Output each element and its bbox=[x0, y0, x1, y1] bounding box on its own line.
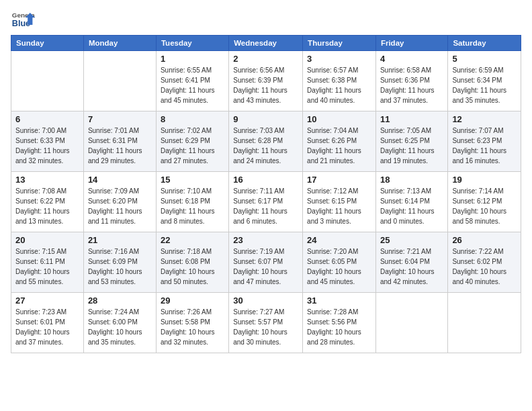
day-info: Sunrise: 7:20 AM Sunset: 6:05 PM Dayligh… bbox=[307, 246, 371, 287]
calendar-cell: 27Sunrise: 7:23 AM Sunset: 6:01 PM Dayli… bbox=[11, 293, 84, 353]
calendar-cell: 11Sunrise: 7:05 AM Sunset: 6:25 PM Dayli… bbox=[375, 111, 447, 172]
calendar-cell: 28Sunrise: 7:24 AM Sunset: 6:00 PM Dayli… bbox=[83, 293, 156, 353]
day-info: Sunrise: 6:58 AM Sunset: 6:36 PM Dayligh… bbox=[380, 65, 443, 105]
week-row-2: 13Sunrise: 7:08 AM Sunset: 6:22 PM Dayli… bbox=[11, 172, 521, 232]
weekday-header-monday: Monday bbox=[83, 36, 156, 51]
weekday-header-sunday: Sunday bbox=[11, 36, 84, 51]
calendar-cell: 19Sunrise: 7:14 AM Sunset: 6:12 PM Dayli… bbox=[448, 172, 521, 232]
day-info: Sunrise: 7:01 AM Sunset: 6:31 PM Dayligh… bbox=[88, 126, 152, 166]
day-info: Sunrise: 7:24 AM Sunset: 6:00 PM Dayligh… bbox=[88, 307, 152, 347]
day-info: Sunrise: 7:27 AM Sunset: 5:57 PM Dayligh… bbox=[233, 307, 298, 347]
day-info: Sunrise: 7:10 AM Sunset: 6:18 PM Dayligh… bbox=[161, 186, 224, 226]
day-number: 9 bbox=[233, 114, 298, 124]
day-number: 24 bbox=[307, 235, 371, 245]
week-row-0: 1Sunrise: 6:55 AM Sunset: 6:41 PM Daylig… bbox=[11, 51, 521, 111]
week-row-4: 27Sunrise: 7:23 AM Sunset: 6:01 PM Dayli… bbox=[11, 293, 521, 353]
day-info: Sunrise: 7:11 AM Sunset: 6:17 PM Dayligh… bbox=[233, 186, 298, 226]
day-number: 3 bbox=[307, 54, 371, 64]
week-row-1: 6Sunrise: 7:00 AM Sunset: 6:33 PM Daylig… bbox=[11, 111, 521, 172]
day-number: 10 bbox=[307, 114, 371, 124]
logo: General Blue bbox=[11, 7, 35, 31]
day-info: Sunrise: 6:55 AM Sunset: 6:41 PM Dayligh… bbox=[161, 65, 224, 105]
day-number: 31 bbox=[307, 295, 371, 306]
calendar-cell: 7Sunrise: 7:01 AM Sunset: 6:31 PM Daylig… bbox=[83, 111, 156, 172]
calendar-cell: 4Sunrise: 6:58 AM Sunset: 6:36 PM Daylig… bbox=[375, 51, 447, 111]
day-number: 20 bbox=[15, 235, 79, 245]
day-info: Sunrise: 7:08 AM Sunset: 6:22 PM Dayligh… bbox=[15, 186, 79, 226]
day-number: 1 bbox=[161, 54, 224, 64]
day-number: 13 bbox=[15, 175, 79, 185]
day-number: 19 bbox=[452, 175, 517, 185]
calendar-cell: 23Sunrise: 7:19 AM Sunset: 6:07 PM Dayli… bbox=[229, 232, 303, 293]
calendar-cell: 25Sunrise: 7:21 AM Sunset: 6:04 PM Dayli… bbox=[375, 232, 447, 293]
day-info: Sunrise: 7:26 AM Sunset: 5:58 PM Dayligh… bbox=[161, 307, 224, 347]
day-info: Sunrise: 7:12 AM Sunset: 6:15 PM Dayligh… bbox=[307, 186, 371, 226]
day-info: Sunrise: 6:59 AM Sunset: 6:34 PM Dayligh… bbox=[452, 65, 517, 105]
week-row-3: 20Sunrise: 7:15 AM Sunset: 6:11 PM Dayli… bbox=[11, 232, 521, 293]
day-info: Sunrise: 7:22 AM Sunset: 6:02 PM Dayligh… bbox=[452, 246, 517, 287]
day-number: 16 bbox=[233, 175, 298, 185]
weekday-header-wednesday: Wednesday bbox=[229, 36, 303, 51]
day-info: Sunrise: 7:07 AM Sunset: 6:23 PM Dayligh… bbox=[452, 126, 517, 166]
day-info: Sunrise: 7:21 AM Sunset: 6:04 PM Dayligh… bbox=[380, 246, 443, 287]
calendar-cell: 2Sunrise: 6:56 AM Sunset: 6:39 PM Daylig… bbox=[229, 51, 303, 111]
day-number: 30 bbox=[233, 295, 298, 306]
calendar-cell bbox=[11, 51, 84, 111]
calendar-cell: 31Sunrise: 7:28 AM Sunset: 5:56 PM Dayli… bbox=[303, 293, 376, 353]
day-number: 2 bbox=[233, 54, 298, 64]
day-number: 18 bbox=[380, 175, 443, 185]
day-info: Sunrise: 6:57 AM Sunset: 6:38 PM Dayligh… bbox=[307, 65, 371, 105]
day-info: Sunrise: 7:16 AM Sunset: 6:09 PM Dayligh… bbox=[88, 246, 152, 287]
day-info: Sunrise: 7:13 AM Sunset: 6:14 PM Dayligh… bbox=[380, 186, 443, 226]
header: General Blue bbox=[11, 7, 521, 31]
day-info: Sunrise: 7:28 AM Sunset: 5:56 PM Dayligh… bbox=[307, 307, 371, 347]
calendar-cell: 14Sunrise: 7:09 AM Sunset: 6:20 PM Dayli… bbox=[83, 172, 156, 232]
calendar-cell: 15Sunrise: 7:10 AM Sunset: 6:18 PM Dayli… bbox=[156, 172, 228, 232]
calendar-cell: 12Sunrise: 7:07 AM Sunset: 6:23 PM Dayli… bbox=[448, 111, 521, 172]
calendar-cell bbox=[448, 293, 521, 353]
day-info: Sunrise: 7:19 AM Sunset: 6:07 PM Dayligh… bbox=[233, 246, 298, 287]
day-number: 22 bbox=[161, 235, 224, 245]
day-number: 23 bbox=[233, 235, 298, 245]
day-number: 14 bbox=[88, 175, 152, 185]
weekday-header-saturday: Saturday bbox=[448, 36, 521, 51]
day-info: Sunrise: 7:05 AM Sunset: 6:25 PM Dayligh… bbox=[380, 126, 443, 166]
calendar-cell: 20Sunrise: 7:15 AM Sunset: 6:11 PM Dayli… bbox=[11, 232, 84, 293]
calendar-cell: 1Sunrise: 6:55 AM Sunset: 6:41 PM Daylig… bbox=[156, 51, 228, 111]
weekday-header-row: SundayMondayTuesdayWednesdayThursdayFrid… bbox=[11, 36, 521, 51]
day-number: 11 bbox=[380, 114, 443, 124]
day-number: 17 bbox=[307, 175, 371, 185]
day-number: 12 bbox=[452, 114, 517, 124]
calendar-cell: 3Sunrise: 6:57 AM Sunset: 6:38 PM Daylig… bbox=[303, 51, 376, 111]
day-number: 26 bbox=[452, 235, 517, 245]
calendar-cell: 22Sunrise: 7:18 AM Sunset: 6:08 PM Dayli… bbox=[156, 232, 228, 293]
day-number: 21 bbox=[88, 235, 152, 245]
calendar-cell: 21Sunrise: 7:16 AM Sunset: 6:09 PM Dayli… bbox=[83, 232, 156, 293]
calendar-cell: 16Sunrise: 7:11 AM Sunset: 6:17 PM Dayli… bbox=[229, 172, 303, 232]
day-info: Sunrise: 7:09 AM Sunset: 6:20 PM Dayligh… bbox=[88, 186, 152, 226]
calendar-cell: 5Sunrise: 6:59 AM Sunset: 6:34 PM Daylig… bbox=[448, 51, 521, 111]
day-number: 7 bbox=[88, 114, 152, 124]
calendar-cell: 6Sunrise: 7:00 AM Sunset: 6:33 PM Daylig… bbox=[11, 111, 84, 172]
day-info: Sunrise: 6:56 AM Sunset: 6:39 PM Dayligh… bbox=[233, 65, 298, 105]
svg-text:Blue: Blue bbox=[12, 19, 30, 28]
day-info: Sunrise: 7:04 AM Sunset: 6:26 PM Dayligh… bbox=[307, 126, 371, 166]
calendar-cell: 29Sunrise: 7:26 AM Sunset: 5:58 PM Dayli… bbox=[156, 293, 228, 353]
day-number: 5 bbox=[452, 54, 517, 64]
calendar-cell: 10Sunrise: 7:04 AM Sunset: 6:26 PM Dayli… bbox=[303, 111, 376, 172]
day-number: 15 bbox=[161, 175, 224, 185]
calendar-cell: 24Sunrise: 7:20 AM Sunset: 6:05 PM Dayli… bbox=[303, 232, 376, 293]
calendar-cell: 13Sunrise: 7:08 AM Sunset: 6:22 PM Dayli… bbox=[11, 172, 84, 232]
day-info: Sunrise: 7:03 AM Sunset: 6:28 PM Dayligh… bbox=[233, 126, 298, 166]
calendar-cell: 8Sunrise: 7:02 AM Sunset: 6:29 PM Daylig… bbox=[156, 111, 228, 172]
weekday-header-tuesday: Tuesday bbox=[156, 36, 228, 51]
calendar-cell: 9Sunrise: 7:03 AM Sunset: 6:28 PM Daylig… bbox=[229, 111, 303, 172]
day-info: Sunrise: 7:02 AM Sunset: 6:29 PM Dayligh… bbox=[161, 126, 224, 166]
calendar-cell: 18Sunrise: 7:13 AM Sunset: 6:14 PM Dayli… bbox=[375, 172, 447, 232]
day-info: Sunrise: 7:00 AM Sunset: 6:33 PM Dayligh… bbox=[15, 126, 79, 166]
weekday-header-thursday: Thursday bbox=[303, 36, 376, 51]
day-number: 8 bbox=[161, 114, 224, 124]
day-number: 25 bbox=[380, 235, 443, 245]
calendar-cell: 17Sunrise: 7:12 AM Sunset: 6:15 PM Dayli… bbox=[303, 172, 376, 232]
day-info: Sunrise: 7:15 AM Sunset: 6:11 PM Dayligh… bbox=[15, 246, 79, 287]
